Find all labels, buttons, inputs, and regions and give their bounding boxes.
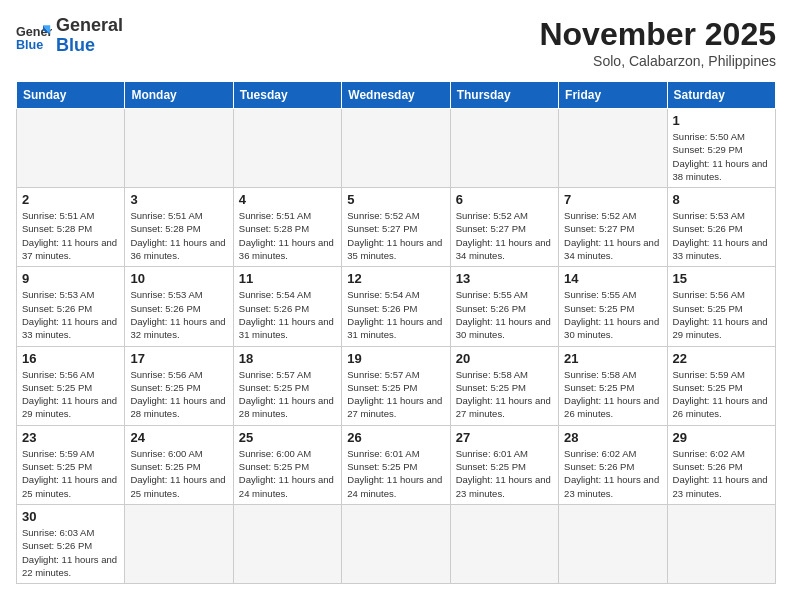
calendar-table: SundayMondayTuesdayWednesdayThursdayFrid… — [16, 81, 776, 584]
calendar-cell: 7Sunrise: 5:52 AM Sunset: 5:27 PM Daylig… — [559, 188, 667, 267]
day-info: Sunrise: 5:56 AM Sunset: 5:25 PM Dayligh… — [22, 368, 119, 421]
calendar-cell: 27Sunrise: 6:01 AM Sunset: 5:25 PM Dayli… — [450, 425, 558, 504]
day-info: Sunrise: 5:52 AM Sunset: 5:27 PM Dayligh… — [456, 209, 553, 262]
day-number: 1 — [673, 113, 770, 128]
calendar-cell: 8Sunrise: 5:53 AM Sunset: 5:26 PM Daylig… — [667, 188, 775, 267]
day-info: Sunrise: 5:50 AM Sunset: 5:29 PM Dayligh… — [673, 130, 770, 183]
day-number: 17 — [130, 351, 227, 366]
calendar-cell — [450, 109, 558, 188]
calendar-cell: 28Sunrise: 6:02 AM Sunset: 5:26 PM Dayli… — [559, 425, 667, 504]
calendar-cell: 2Sunrise: 5:51 AM Sunset: 5:28 PM Daylig… — [17, 188, 125, 267]
calendar-cell — [233, 109, 341, 188]
calendar-cell: 19Sunrise: 5:57 AM Sunset: 5:25 PM Dayli… — [342, 346, 450, 425]
calendar-cell: 16Sunrise: 5:56 AM Sunset: 5:25 PM Dayli… — [17, 346, 125, 425]
day-info: Sunrise: 5:52 AM Sunset: 5:27 PM Dayligh… — [347, 209, 444, 262]
weekday-header-friday: Friday — [559, 82, 667, 109]
day-info: Sunrise: 6:02 AM Sunset: 5:26 PM Dayligh… — [673, 447, 770, 500]
weekday-header-thursday: Thursday — [450, 82, 558, 109]
calendar-cell: 21Sunrise: 5:58 AM Sunset: 5:25 PM Dayli… — [559, 346, 667, 425]
calendar-cell: 10Sunrise: 5:53 AM Sunset: 5:26 PM Dayli… — [125, 267, 233, 346]
calendar-cell: 13Sunrise: 5:55 AM Sunset: 5:26 PM Dayli… — [450, 267, 558, 346]
calendar-cell: 29Sunrise: 6:02 AM Sunset: 5:26 PM Dayli… — [667, 425, 775, 504]
day-number: 29 — [673, 430, 770, 445]
calendar-cell — [450, 504, 558, 583]
calendar-cell — [233, 504, 341, 583]
calendar-cell: 24Sunrise: 6:00 AM Sunset: 5:25 PM Dayli… — [125, 425, 233, 504]
calendar-week-1: 1Sunrise: 5:50 AM Sunset: 5:29 PM Daylig… — [17, 109, 776, 188]
day-number: 10 — [130, 271, 227, 286]
day-info: Sunrise: 5:56 AM Sunset: 5:25 PM Dayligh… — [130, 368, 227, 421]
weekday-header-sunday: Sunday — [17, 82, 125, 109]
day-number: 11 — [239, 271, 336, 286]
day-info: Sunrise: 5:54 AM Sunset: 5:26 PM Dayligh… — [239, 288, 336, 341]
day-number: 9 — [22, 271, 119, 286]
day-number: 16 — [22, 351, 119, 366]
day-number: 28 — [564, 430, 661, 445]
calendar-cell: 17Sunrise: 5:56 AM Sunset: 5:25 PM Dayli… — [125, 346, 233, 425]
calendar-cell: 20Sunrise: 5:58 AM Sunset: 5:25 PM Dayli… — [450, 346, 558, 425]
calendar-cell — [667, 504, 775, 583]
day-info: Sunrise: 5:59 AM Sunset: 5:25 PM Dayligh… — [22, 447, 119, 500]
calendar-cell — [125, 504, 233, 583]
calendar-week-3: 9Sunrise: 5:53 AM Sunset: 5:26 PM Daylig… — [17, 267, 776, 346]
day-number: 24 — [130, 430, 227, 445]
day-number: 22 — [673, 351, 770, 366]
calendar-cell: 25Sunrise: 6:00 AM Sunset: 5:25 PM Dayli… — [233, 425, 341, 504]
calendar-cell — [559, 504, 667, 583]
day-number: 13 — [456, 271, 553, 286]
day-number: 23 — [22, 430, 119, 445]
day-info: Sunrise: 5:57 AM Sunset: 5:25 PM Dayligh… — [347, 368, 444, 421]
day-number: 30 — [22, 509, 119, 524]
weekday-header-wednesday: Wednesday — [342, 82, 450, 109]
weekday-header-monday: Monday — [125, 82, 233, 109]
day-number: 14 — [564, 271, 661, 286]
day-info: Sunrise: 5:56 AM Sunset: 5:25 PM Dayligh… — [673, 288, 770, 341]
page-header: General Blue General Blue November 2025 … — [16, 16, 776, 69]
day-info: Sunrise: 6:01 AM Sunset: 5:25 PM Dayligh… — [456, 447, 553, 500]
day-info: Sunrise: 5:59 AM Sunset: 5:25 PM Dayligh… — [673, 368, 770, 421]
day-info: Sunrise: 6:00 AM Sunset: 5:25 PM Dayligh… — [239, 447, 336, 500]
calendar-cell — [17, 109, 125, 188]
day-number: 7 — [564, 192, 661, 207]
calendar-cell: 1Sunrise: 5:50 AM Sunset: 5:29 PM Daylig… — [667, 109, 775, 188]
logo-icon: General Blue — [16, 18, 52, 54]
calendar-cell: 30Sunrise: 6:03 AM Sunset: 5:26 PM Dayli… — [17, 504, 125, 583]
day-info: Sunrise: 6:02 AM Sunset: 5:26 PM Dayligh… — [564, 447, 661, 500]
calendar-week-2: 2Sunrise: 5:51 AM Sunset: 5:28 PM Daylig… — [17, 188, 776, 267]
day-info: Sunrise: 6:03 AM Sunset: 5:26 PM Dayligh… — [22, 526, 119, 579]
calendar-cell: 11Sunrise: 5:54 AM Sunset: 5:26 PM Dayli… — [233, 267, 341, 346]
day-info: Sunrise: 5:51 AM Sunset: 5:28 PM Dayligh… — [130, 209, 227, 262]
weekday-row: SundayMondayTuesdayWednesdayThursdayFrid… — [17, 82, 776, 109]
day-info: Sunrise: 5:53 AM Sunset: 5:26 PM Dayligh… — [22, 288, 119, 341]
calendar-cell: 9Sunrise: 5:53 AM Sunset: 5:26 PM Daylig… — [17, 267, 125, 346]
calendar-cell: 12Sunrise: 5:54 AM Sunset: 5:26 PM Dayli… — [342, 267, 450, 346]
calendar-cell — [342, 109, 450, 188]
day-info: Sunrise: 6:00 AM Sunset: 5:25 PM Dayligh… — [130, 447, 227, 500]
svg-text:Blue: Blue — [16, 37, 43, 51]
calendar-body: 1Sunrise: 5:50 AM Sunset: 5:29 PM Daylig… — [17, 109, 776, 584]
calendar-week-5: 23Sunrise: 5:59 AM Sunset: 5:25 PM Dayli… — [17, 425, 776, 504]
day-info: Sunrise: 5:58 AM Sunset: 5:25 PM Dayligh… — [456, 368, 553, 421]
month-title: November 2025 — [539, 16, 776, 53]
logo-blue-text: Blue — [56, 36, 123, 56]
day-info: Sunrise: 5:55 AM Sunset: 5:25 PM Dayligh… — [564, 288, 661, 341]
day-number: 5 — [347, 192, 444, 207]
calendar-cell — [342, 504, 450, 583]
location: Solo, Calabarzon, Philippines — [539, 53, 776, 69]
day-number: 21 — [564, 351, 661, 366]
calendar-cell: 4Sunrise: 5:51 AM Sunset: 5:28 PM Daylig… — [233, 188, 341, 267]
day-info: Sunrise: 5:53 AM Sunset: 5:26 PM Dayligh… — [673, 209, 770, 262]
day-number: 27 — [456, 430, 553, 445]
calendar-week-4: 16Sunrise: 5:56 AM Sunset: 5:25 PM Dayli… — [17, 346, 776, 425]
day-info: Sunrise: 5:52 AM Sunset: 5:27 PM Dayligh… — [564, 209, 661, 262]
logo: General Blue General Blue — [16, 16, 123, 56]
calendar-cell: 14Sunrise: 5:55 AM Sunset: 5:25 PM Dayli… — [559, 267, 667, 346]
day-info: Sunrise: 5:57 AM Sunset: 5:25 PM Dayligh… — [239, 368, 336, 421]
calendar-cell: 5Sunrise: 5:52 AM Sunset: 5:27 PM Daylig… — [342, 188, 450, 267]
day-number: 2 — [22, 192, 119, 207]
weekday-header-saturday: Saturday — [667, 82, 775, 109]
calendar-cell: 23Sunrise: 5:59 AM Sunset: 5:25 PM Dayli… — [17, 425, 125, 504]
day-number: 8 — [673, 192, 770, 207]
day-number: 26 — [347, 430, 444, 445]
day-number: 20 — [456, 351, 553, 366]
